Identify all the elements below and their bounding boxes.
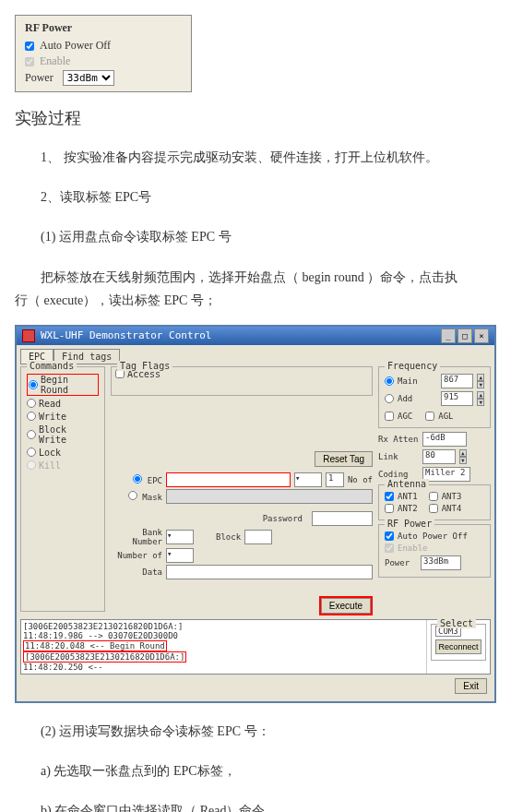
step-3b: b) 在命令窗口中选择读取（ Read）命令， [41, 799, 496, 812]
enable-input [25, 57, 34, 66]
password-field[interactable] [312, 511, 373, 526]
rf-power-title: RF Power [25, 21, 182, 35]
coding-select[interactable]: Miller 2 [422, 467, 470, 482]
win-enable-checkbox [385, 543, 394, 553]
step-1: 1、 按实验准备内容提示完成驱动安装、硬件连接，打开上位机软件。 [41, 146, 496, 169]
reset-tag-button[interactable]: Reset Tag [315, 451, 373, 467]
epc-select[interactable]: ▾ [294, 472, 322, 487]
log-line: 11:48:20.250 <-- [23, 663, 424, 672]
cmd-begin-round[interactable]: Begin Round [27, 374, 99, 396]
step-2: 2、读取标签 EPC号 [41, 185, 496, 209]
select-group: Select COM3 Reconnect [431, 624, 486, 661]
log-line: 11:48:19.986 --> 03070E20D300D0 [23, 631, 424, 640]
bank-number-select[interactable]: ▾ [166, 530, 194, 544]
cmd-write[interactable]: Write [27, 412, 99, 422]
rxatten-select[interactable]: -6dB [422, 432, 467, 447]
section-heading: 实验过程 [15, 107, 496, 129]
numberof-select[interactable]: ▾ [166, 548, 194, 563]
freq-add-radio[interactable] [385, 394, 394, 403]
ant1-checkbox[interactable] [385, 492, 394, 501]
freq-main-radio[interactable] [385, 376, 394, 386]
tag-flags-group: Tag Flags Access [111, 366, 373, 396]
app-icon [22, 329, 35, 342]
log-line-highlight: [3006E20053823E2130216820D1D6A:] [23, 651, 186, 663]
step-3: (2) 运用读写数据块命令读标签 EPC 号： [41, 720, 496, 743]
epc-field[interactable] [166, 472, 291, 487]
win-auto-power-checkbox[interactable] [385, 531, 394, 541]
cmd-read[interactable]: Read [27, 399, 99, 409]
close-icon[interactable]: × [474, 328, 489, 343]
antenna-group: Antenna ANT1ANT3 ANT2ANT4 [378, 484, 491, 520]
freq-add-field[interactable]: 915 [441, 391, 473, 406]
agc-checkbox[interactable] [385, 412, 394, 421]
enable-checkbox: Enable [25, 54, 182, 68]
log-line-highlight: 11:48:20.048 <-- Begin Round [23, 640, 167, 651]
ant4-checkbox[interactable] [429, 504, 438, 513]
reconnect-button[interactable]: Reconnect [435, 639, 481, 654]
cmd-lock[interactable]: Lock [27, 448, 99, 458]
freq-main-field[interactable]: 867 [441, 374, 473, 388]
maximize-icon[interactable]: □ [458, 328, 472, 343]
window-titlebar: WXL-UHF Demonstrator Control _ □ × [17, 327, 494, 345]
rf-power-panel: RF Power Auto Power Off Enable Power 33d… [15, 15, 192, 92]
mask-field [166, 489, 373, 504]
commands-group: Commands Begin Round Read Write Block Wr… [20, 366, 105, 612]
power-label: Power [25, 71, 53, 85]
auto-power-off-checkbox[interactable]: Auto Power Off [25, 39, 182, 53]
window-title: WXL-UHF Demonstrator Control [41, 329, 211, 341]
step-3a: a) 先选取一张盘点到的 EPC标签， [41, 759, 496, 782]
power-select[interactable]: 33dBm [63, 70, 114, 86]
block-field[interactable] [244, 530, 272, 544]
step-2b-line1: 把标签放在天线射频范围内，选择开始盘点（ begin round ）命令，点击执 [41, 266, 496, 289]
step-2a: (1) 运用盘点命令读取标签 EPC 号 [41, 225, 496, 248]
cmd-block-write[interactable]: Block Write [27, 424, 99, 445]
rf-power-group: RF Power Auto Power Off Enable Power33dB… [378, 524, 491, 578]
exit-button[interactable]: Exit [455, 678, 487, 694]
epc-radio[interactable] [133, 474, 142, 484]
ant2-checkbox[interactable] [385, 504, 394, 513]
noof-field[interactable]: 1 [326, 472, 344, 487]
data-field[interactable] [166, 565, 373, 579]
execute-button[interactable]: Execute [321, 598, 371, 614]
log-output: [3006E20053823E2130216820D1D6A:] 11:48:1… [20, 619, 491, 675]
demonstrator-window: WXL-UHF Demonstrator Control _ □ × EPC F… [15, 325, 496, 703]
mask-radio[interactable] [128, 491, 137, 500]
agl-checkbox[interactable] [425, 412, 434, 421]
log-line: [3006E20053823E2130216820D1D6A:] [23, 622, 424, 631]
ant3-checkbox[interactable] [429, 492, 438, 501]
link-field[interactable]: 80 [422, 449, 456, 464]
step-2b-line2: 行（ execute），读出标签 EPC 号； [15, 289, 496, 312]
win-power-select[interactable]: 33dBm [421, 555, 461, 570]
auto-power-off-input[interactable] [25, 42, 34, 51]
cmd-kill[interactable]: Kill [27, 460, 99, 471]
frequency-group: Frequency Main867▲▼ Add915▲▼ AGCAGL [378, 366, 491, 428]
minimize-icon[interactable]: _ [441, 328, 456, 343]
